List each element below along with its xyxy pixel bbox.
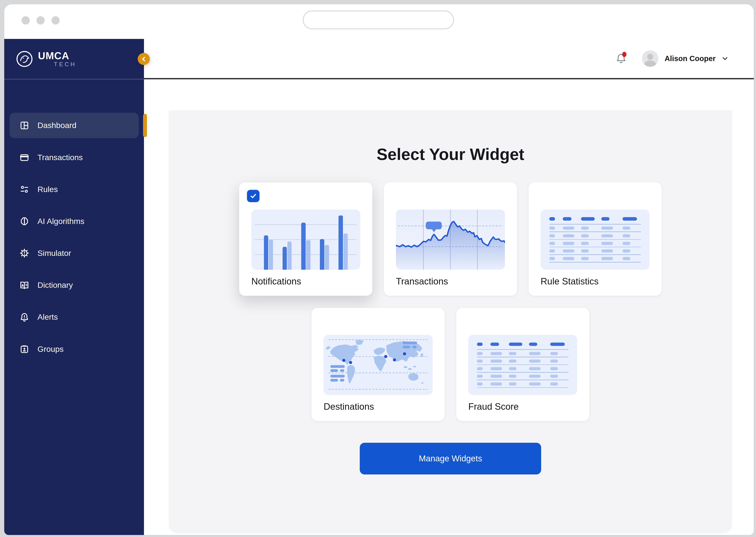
avatar	[642, 50, 658, 67]
widget-card-fraud-score[interactable]: Fraud Score	[456, 308, 589, 421]
app-root: UMCA TECH DashboardTransactionsRulesAI A…	[4, 39, 754, 535]
bar	[283, 247, 287, 270]
browser-chrome	[4, 4, 754, 39]
url-bar[interactable]	[303, 11, 454, 29]
bar	[301, 223, 306, 270]
credit-card-icon	[20, 152, 29, 162]
sidebar-item-label: Transactions	[37, 153, 83, 162]
sidebar-item-rules[interactable]: Rules	[10, 177, 139, 202]
bar	[264, 235, 268, 270]
widget-checkbox[interactable]	[319, 315, 332, 328]
chevron-down-icon	[722, 55, 728, 62]
book-icon	[20, 280, 29, 290]
user-name: Alison Cooper	[665, 54, 716, 63]
bar	[306, 240, 310, 270]
browser-window: UMCA TECH DashboardTransactionsRulesAI A…	[4, 4, 754, 535]
bar	[320, 239, 324, 270]
widget-card-rule-statistics[interactable]: Rule Statistics	[529, 183, 662, 296]
sidebar-item-ai-algorithms[interactable]: AI Algorithms	[10, 208, 139, 234]
table-illustration	[541, 210, 649, 270]
window-controls	[22, 16, 60, 24]
check-icon	[249, 192, 258, 200]
brand-text: UMCA TECH	[38, 51, 76, 67]
widget-label: Notifications	[251, 276, 365, 287]
world-map-graphic	[324, 335, 432, 395]
widget-card-notifications[interactable]: Notifications	[239, 183, 372, 296]
widget-checkbox[interactable]	[464, 315, 476, 328]
bar	[338, 216, 343, 270]
sidebar-collapse-button[interactable]	[138, 53, 150, 65]
window-control-dot[interactable]	[22, 16, 30, 24]
logo: UMCA TECH	[4, 39, 144, 79]
widget-selection-panel: Select Your Widget Notifications Transac…	[169, 110, 733, 533]
screenshot-stage: UMCA TECH DashboardTransactionsRulesAI A…	[0, 0, 756, 537]
sidebar-item-label: Rules	[37, 185, 58, 194]
sidebar-nav: DashboardTransactionsRulesAI AlgorithmsS…	[4, 113, 144, 362]
brand-animal-icon	[15, 50, 34, 68]
sidebar-item-simulator[interactable]: Simulator	[10, 240, 139, 266]
widget-row-1: Notifications TransactionsRule Statistic…	[169, 183, 733, 296]
brand-name: UMCA	[38, 51, 76, 61]
bar	[343, 233, 348, 270]
window-control-dot[interactable]	[52, 16, 60, 24]
widget-checkbox[interactable]	[392, 190, 404, 202]
chevron-left-icon	[141, 56, 147, 62]
bell-alert-icon	[20, 312, 29, 322]
sidebar: UMCA TECH DashboardTransactionsRulesAI A…	[4, 39, 144, 535]
sidebar-item-dashboard[interactable]: Dashboard	[10, 113, 139, 138]
bar-chart-illustration	[251, 210, 360, 270]
sidebar-item-groups[interactable]: Groups	[10, 336, 139, 362]
sidebar-item-transactions[interactable]: Transactions	[10, 145, 139, 170]
brand-subtitle: TECH	[54, 62, 76, 67]
sliders-icon	[20, 185, 29, 194]
id-badge-icon	[20, 344, 29, 354]
widget-checkbox-checked[interactable]	[247, 190, 259, 202]
world-map-illustration	[324, 335, 432, 395]
sidebar-item-label: Simulator	[37, 249, 71, 258]
widget-row-2: DestinationsFraud Score	[169, 308, 733, 421]
sidebar-item-alerts[interactable]: Alerts	[10, 305, 139, 330]
sidebar-item-label: Dashboard	[37, 121, 76, 130]
window-control-dot[interactable]	[36, 16, 45, 24]
active-accent-bar	[143, 114, 147, 137]
sidebar-item-label: Groups	[37, 345, 64, 353]
bar	[288, 241, 292, 270]
top-header: Alison Cooper	[144, 39, 754, 79]
widget-label: Transactions	[396, 276, 509, 287]
widget-label: Rule Statistics	[541, 276, 654, 287]
line-chart-illustration	[396, 210, 505, 270]
sidebar-item-label: Dictionary	[37, 281, 73, 290]
gear-alert-icon	[20, 248, 29, 258]
sidebar-item-label: AI Algorithms	[37, 217, 84, 226]
sidebar-item-label: Alerts	[37, 312, 58, 321]
widget-label: Destinations	[324, 401, 437, 412]
table-illustration	[468, 335, 577, 395]
notifications-bell-icon[interactable]	[615, 53, 627, 64]
line-chart-graphic	[396, 210, 505, 270]
main-area: Alison Cooper Select Your Widget Notific…	[144, 39, 754, 535]
bar	[325, 245, 329, 270]
widget-card-transactions[interactable]: Transactions	[384, 183, 517, 296]
dashboard-icon	[20, 121, 29, 130]
user-menu[interactable]: Alison Cooper	[642, 50, 728, 67]
widget-label: Fraud Score	[468, 401, 582, 412]
manage-widgets-button[interactable]: Manage Widgets	[360, 443, 541, 475]
bar	[269, 240, 273, 270]
widget-checkbox[interactable]	[536, 190, 549, 202]
brain-icon	[20, 216, 29, 226]
sidebar-item-dictionary[interactable]: Dictionary	[10, 272, 139, 298]
page-title: Select Your Widget	[169, 110, 733, 164]
widget-card-destinations[interactable]: Destinations	[312, 308, 445, 421]
